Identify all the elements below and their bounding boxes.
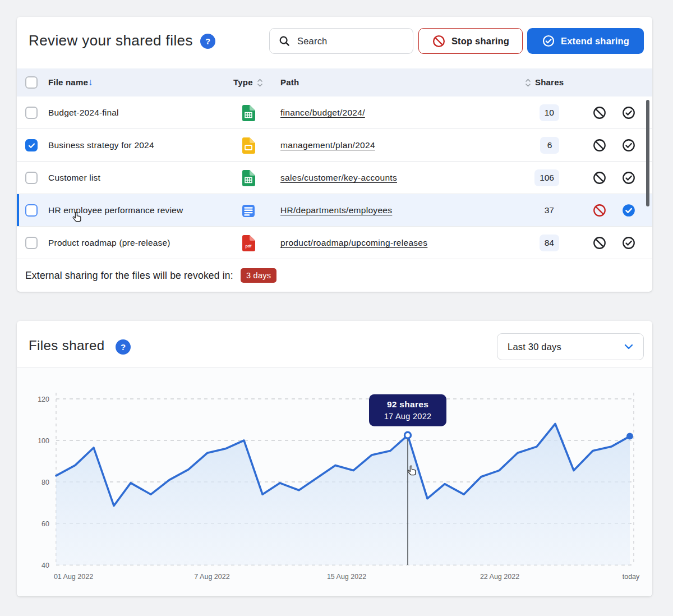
sort-icon[interactable]: [525, 79, 531, 87]
row-stop-sharing-icon-active[interactable]: [592, 203, 607, 218]
shares-count-badge: 37: [540, 202, 559, 219]
row-stop-sharing-icon[interactable]: [592, 236, 607, 250]
column-type[interactable]: Type: [233, 68, 253, 96]
row-extend-sharing-icon[interactable]: [621, 171, 636, 185]
x-axis-tick-label: 01 Aug 2022: [54, 573, 93, 581]
shared-files-panel: Review your shared files ? Stop sharing …: [17, 17, 652, 292]
checkmark-icon: [27, 141, 36, 150]
file-path-link[interactable]: management/plan/2024: [280, 129, 375, 162]
files-shared-panel: Files shared ? Last 30 days 406080100120…: [17, 321, 652, 596]
sort-descending-icon[interactable]: ↓: [88, 68, 93, 96]
column-path[interactable]: Path: [280, 68, 299, 96]
select-all-checkbox[interactable]: [25, 76, 38, 89]
y-axis-tick-label: 40: [42, 562, 49, 569]
file-name: Customer list: [48, 162, 100, 194]
pdf-file-icon: pdf: [242, 235, 255, 251]
search-box[interactable]: [269, 28, 413, 54]
file-name: HR employee performance review: [48, 194, 183, 227]
y-axis-tick-label: 100: [38, 437, 49, 445]
docs-file-icon: [242, 204, 255, 218]
help-icon[interactable]: ?: [200, 34, 215, 49]
revocation-text: External sharing for the files will be r…: [25, 270, 233, 282]
row-stop-sharing-icon[interactable]: [592, 138, 607, 153]
row-extend-sharing-icon[interactable]: [621, 236, 636, 250]
row-stop-sharing-icon[interactable]: [592, 171, 607, 185]
file-path-link[interactable]: product/roadmap/upcoming-releases: [280, 227, 427, 259]
row-extend-sharing-icon-active[interactable]: [621, 203, 636, 218]
files-shared-line-chart[interactable]: 40608010012001 Aug 20227 Aug 202215 Aug …: [17, 321, 652, 596]
row-checkbox[interactable]: [25, 107, 38, 119]
table-header: File name ↓ Type Path Shares: [17, 68, 652, 96]
row-checkbox-checked[interactable]: [25, 139, 38, 151]
shares-count-badge: 6: [540, 137, 559, 154]
file-path-link[interactable]: sales/customer/key-accounts: [280, 162, 397, 194]
sheets-file-icon: [242, 170, 255, 186]
file-name: Budget-2024-final: [48, 96, 119, 129]
table-scrollbar[interactable]: [646, 100, 649, 206]
shares-count-badge: 10: [540, 104, 559, 121]
row-stop-sharing-icon[interactable]: [592, 105, 607, 120]
x-axis-tick-label: 7 Aug 2022: [194, 573, 229, 581]
y-axis-tick-label: 120: [38, 396, 49, 403]
shares-count-badge: 84: [540, 235, 559, 251]
table-row[interactable]: Business strategy for 2024 management/pl…: [17, 129, 652, 162]
table-row[interactable]: Customer list sales/customer/key-account…: [17, 162, 652, 194]
extend-sharing-button[interactable]: Extend sharing: [527, 28, 644, 54]
row-extend-sharing-icon[interactable]: [621, 138, 636, 153]
column-shares[interactable]: Shares: [535, 68, 564, 96]
page: { "icons": { "help": "?", "search": "mag…: [0, 0, 673, 616]
hovered-data-point[interactable]: [405, 432, 411, 438]
table-row[interactable]: Budget-2024-final finance/budget/2024/ 1…: [17, 96, 652, 129]
y-axis-tick-label: 60: [42, 520, 49, 528]
shares-count-badge: 106: [534, 169, 559, 186]
sheets-file-icon: [242, 105, 255, 121]
x-axis-tick-label: 22 Aug 2022: [480, 573, 519, 581]
file-table-body: Budget-2024-final finance/budget/2024/ 1…: [17, 96, 652, 259]
slides-file-icon: [242, 137, 255, 154]
sort-icon[interactable]: [257, 79, 263, 87]
revocation-notice: External sharing for the files will be r…: [17, 259, 652, 292]
y-axis-tick-label: 80: [42, 479, 49, 486]
extend-sharing-label: Extend sharing: [561, 36, 629, 47]
file-path-link[interactable]: finance/budget/2024/: [280, 96, 365, 129]
table-row-highlighted[interactable]: HR employee performance review HR/depart…: [17, 194, 652, 227]
file-path-link[interactable]: HR/departments/employees: [280, 194, 392, 227]
search-input[interactable]: [297, 36, 404, 47]
check-circle-icon: [542, 34, 555, 48]
row-extend-sharing-icon[interactable]: [621, 105, 636, 120]
x-axis-tick-label: 15 Aug 2022: [327, 573, 366, 581]
latest-data-point[interactable]: [626, 433, 633, 440]
tooltip-date: 17 Aug 2022: [384, 412, 432, 421]
stop-sharing-label: Stop sharing: [451, 36, 509, 47]
row-checkbox-hover[interactable]: [25, 204, 38, 217]
page-title: Review your shared files: [29, 32, 193, 49]
tooltip-value: 92 shares: [387, 399, 428, 409]
column-file-name[interactable]: File name: [48, 68, 88, 96]
stop-sharing-button[interactable]: Stop sharing: [418, 28, 523, 54]
x-axis-tick-label: today: [623, 573, 640, 581]
file-name: Business strategy for 2024: [48, 129, 154, 162]
search-icon: [278, 35, 291, 47]
block-icon: [432, 34, 446, 48]
row-checkbox[interactable]: [25, 237, 38, 249]
svg-text:pdf: pdf: [246, 244, 252, 249]
file-name: Product roadmap (pre-release): [48, 227, 170, 259]
row-checkbox[interactable]: [25, 172, 38, 184]
revocation-countdown-badge: 3 days: [241, 268, 277, 283]
table-row[interactable]: Product roadmap (pre-release) pdf produc…: [17, 227, 652, 259]
area-fill: [56, 424, 630, 565]
